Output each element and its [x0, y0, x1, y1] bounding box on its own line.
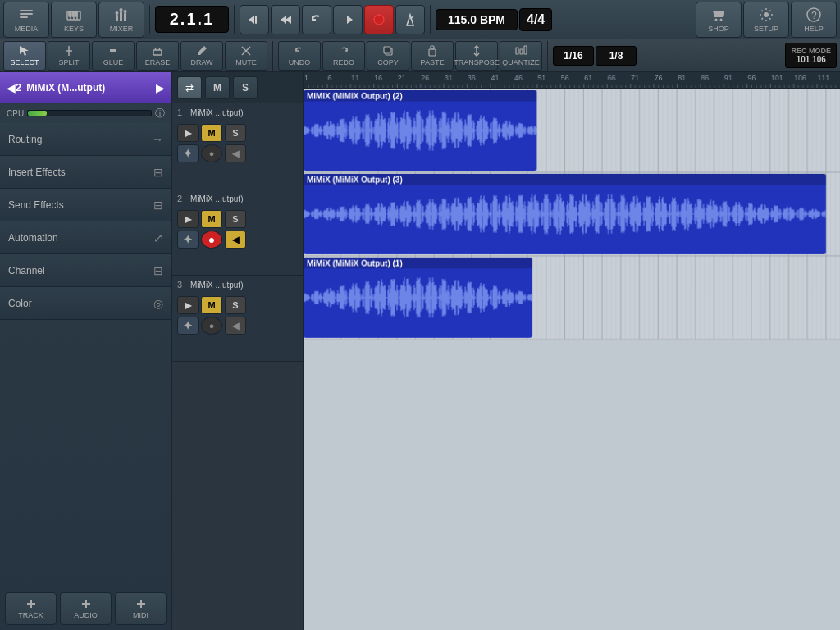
track-1-gear-button[interactable]: ✦ [177, 144, 199, 162]
track-prev-button[interactable]: ◀ [7, 81, 16, 94]
metronome-button[interactable] [395, 5, 425, 34]
track-2-play-button[interactable]: ▶ [177, 210, 199, 228]
cpu-info-icon[interactable]: ⓘ [155, 107, 165, 121]
rec-mode-label: REC MODE [791, 47, 831, 55]
rewind-button[interactable] [271, 5, 300, 34]
bpm-display[interactable]: 115.0 BPM [436, 9, 518, 30]
paste-label: PASTE [421, 58, 445, 66]
toolbar2-div1 [272, 41, 273, 71]
main-area: ◀ 2 MiMiX (M...utput) ▶ CPU ⓘ Routing → … [0, 72, 840, 630]
routing-section[interactable]: Routing → [0, 123, 171, 156]
track-1-number: 1 [177, 107, 187, 117]
track-next-button[interactable]: ▶ [156, 81, 165, 94]
tracks-panel: ⇄ M S 1 MiMiX ...utput) ▶ M S ✦ ● ◀ [172, 72, 304, 630]
transpose-label: TRANSPOSE [454, 58, 500, 66]
svg-rect-12 [124, 13, 126, 21]
media-button[interactable]: MEDIA [3, 2, 49, 38]
glue-label: GLUE [103, 58, 124, 66]
track-3-mute-button[interactable]: M [201, 296, 222, 314]
glue-tool-button[interactable]: GLUE [92, 41, 135, 71]
svg-rect-32 [110, 49, 116, 51]
automation-section[interactable]: Automation ⤢ [0, 221, 171, 254]
time-sig-display[interactable]: 4/4 [519, 8, 552, 31]
eighth-value-display[interactable]: 1/8 [596, 46, 637, 66]
color-section[interactable]: Color ◎ [0, 287, 171, 320]
timeline-ruler[interactable] [304, 72, 840, 89]
mixer-button[interactable]: MIXER [98, 2, 144, 38]
track-3-solo-button[interactable]: S [225, 296, 246, 314]
track-m-all-button[interactable]: M [205, 76, 230, 99]
help-button[interactable]: ? HELP [791, 2, 837, 38]
routing-label: Routing [8, 134, 152, 145]
track-1-monitor-button[interactable]: ◀ [225, 144, 246, 162]
svg-marker-19 [285, 16, 291, 24]
erase-tool-button[interactable]: ERASE [136, 41, 179, 71]
quantize-tool-button[interactable]: QUANTIZE [500, 41, 542, 71]
keys-button[interactable]: KEYS [51, 2, 97, 38]
svg-rect-11 [120, 11, 122, 21]
channel-section[interactable]: Channel ⊟ [0, 254, 171, 287]
forward-button[interactable] [333, 5, 363, 34]
split-tool-button[interactable]: SPLIT [48, 41, 90, 71]
undo-button[interactable]: UNDO [278, 41, 321, 71]
track-2-name: MiMiX ...utput) [190, 194, 298, 203]
undo-transport-button[interactable] [302, 5, 331, 34]
add-track-button[interactable]: TRACK [5, 592, 57, 625]
track-2-number: 2 [177, 194, 187, 203]
track-3-gear-button[interactable]: ✦ [177, 317, 199, 335]
track-1-rec-button[interactable]: ● [201, 144, 222, 162]
svg-rect-10 [116, 15, 118, 21]
svg-rect-31 [110, 51, 116, 52]
svg-point-15 [124, 10, 127, 13]
copy-label: COPY [377, 58, 399, 66]
track-swap-button[interactable]: ⇄ [177, 76, 202, 99]
track-1-extra-btns: ✦ ● ◀ [172, 144, 303, 166]
track-3-monitor-button[interactable]: ◀ [225, 317, 246, 335]
track-3-rec-button[interactable]: ● [201, 317, 222, 335]
quantize-value-display[interactable]: 1/16 [553, 46, 594, 66]
transpose-button[interactable]: TRANSPOSE [455, 41, 498, 71]
track-2-mute-button[interactable]: M [201, 210, 222, 228]
add-audio-button[interactable]: AUDIO [60, 592, 112, 625]
channel-icon: ⊟ [153, 264, 163, 277]
insert-effects-icon: ⊟ [153, 166, 163, 179]
shop-button[interactable]: SHOP [696, 2, 742, 38]
mute-tool-button[interactable]: MUTE [225, 41, 267, 71]
rec-mode-display[interactable]: REC MODE 101 106 [785, 43, 837, 68]
help-label: HELP [804, 25, 824, 33]
redo-button[interactable]: REDO [322, 41, 365, 71]
track-1-play-button[interactable]: ▶ [177, 124, 199, 142]
record-button[interactable] [364, 5, 394, 34]
track-2-rec-button[interactable]: ● [201, 231, 222, 249]
svg-rect-40 [429, 49, 436, 56]
track-3-play-button[interactable]: ▶ [177, 296, 199, 314]
track-2-gear-button[interactable]: ✦ [177, 231, 199, 249]
send-effects-section[interactable]: Send Effects ⊟ [0, 189, 171, 221]
copy-button[interactable]: COPY [367, 41, 409, 71]
track-1-main-btns: ▶ M S [172, 121, 303, 144]
track-s-all-button[interactable]: S [233, 76, 258, 99]
paste-button[interactable]: PASTE [411, 41, 454, 71]
draw-tool-button[interactable]: DRAW [180, 41, 223, 71]
quantize-tool-label: QUANTIZE [502, 58, 540, 66]
add-midi-button[interactable]: MIDI [115, 592, 167, 625]
select-tool-button[interactable]: SELECT [3, 41, 46, 71]
track-2-monitor-button[interactable]: ◀ [225, 231, 246, 249]
position-display[interactable]: 2.1.1 [155, 6, 229, 33]
track-3-main-btns: ▶ M S [172, 294, 303, 317]
setup-button[interactable]: SETUP [743, 2, 789, 38]
automation-icon: ⤢ [153, 231, 163, 244]
arrange-tracks[interactable] [304, 89, 840, 630]
track-row-3: 3 MiMiX ...utput) ▶ M S ✦ ● ◀ [172, 276, 303, 362]
insert-effects-section[interactable]: Insert Effects ⊟ [0, 156, 171, 189]
rewind-to-start-button[interactable] [240, 5, 269, 34]
setup-label: SETUP [754, 25, 778, 33]
track-3-name: MiMiX ...utput) [190, 281, 298, 290]
svg-rect-41 [431, 46, 434, 49]
keys-label: KEYS [64, 25, 84, 33]
select-label: SELECT [10, 58, 39, 66]
track-1-solo-button[interactable]: S [225, 124, 246, 142]
toolbar2-div2 [547, 41, 548, 71]
track-2-solo-button[interactable]: S [225, 210, 246, 228]
track-1-mute-button[interactable]: M [201, 124, 222, 142]
